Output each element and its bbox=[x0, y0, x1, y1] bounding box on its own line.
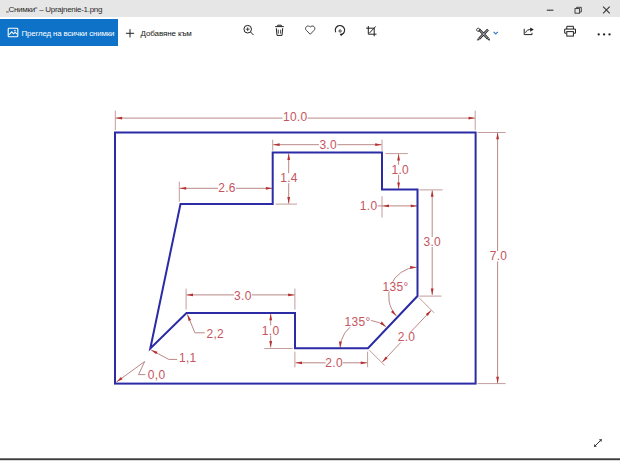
svg-text:„Снимки“ – Uprajnenie-1.png: „Снимки“ – Uprajnenie-1.png bbox=[6, 5, 102, 14]
svg-text:3.0: 3.0 bbox=[234, 289, 252, 303]
svg-text:Преглед на всички снимки: Преглед на всички снимки bbox=[22, 29, 115, 38]
svg-text:135°: 135° bbox=[383, 280, 409, 294]
svg-text:Добавяне към: Добавяне към bbox=[141, 29, 192, 38]
svg-text:1,1: 1,1 bbox=[179, 351, 197, 365]
svg-text:0,0: 0,0 bbox=[148, 368, 166, 382]
svg-text:1.4: 1.4 bbox=[280, 171, 298, 185]
svg-text:1.0: 1.0 bbox=[360, 199, 378, 213]
svg-text:1.0: 1.0 bbox=[392, 163, 410, 177]
svg-text:1.0: 1.0 bbox=[262, 324, 280, 338]
svg-text:7.0: 7.0 bbox=[490, 249, 508, 263]
svg-text:2.0: 2.0 bbox=[325, 356, 343, 370]
svg-text:10.0: 10.0 bbox=[283, 110, 308, 124]
svg-text:2.6: 2.6 bbox=[218, 181, 236, 195]
svg-text:3.0: 3.0 bbox=[319, 138, 337, 152]
svg-text:3.0: 3.0 bbox=[424, 235, 442, 249]
svg-text:135°: 135° bbox=[345, 315, 371, 329]
svg-text:2,2: 2,2 bbox=[207, 327, 225, 341]
svg-text:2.0: 2.0 bbox=[398, 330, 416, 344]
